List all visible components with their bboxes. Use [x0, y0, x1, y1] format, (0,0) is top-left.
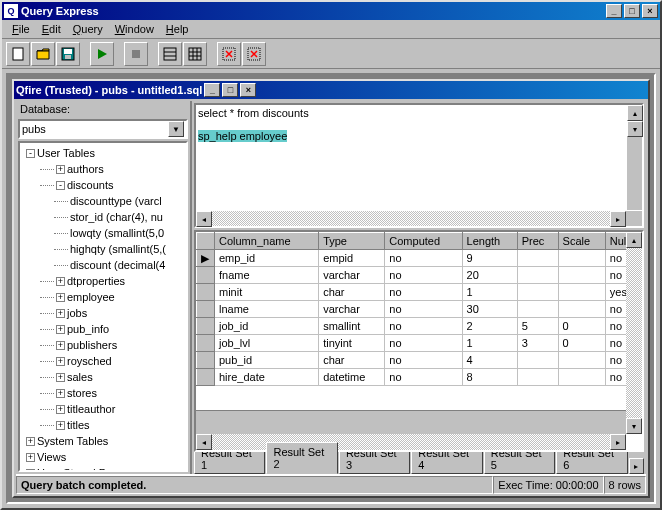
expand-icon[interactable]: + — [56, 373, 65, 382]
grid-vscrollbar[interactable]: ▴▾ — [626, 232, 642, 434]
minimize-button[interactable]: _ — [606, 4, 622, 18]
column-header[interactable]: Column_name — [215, 233, 319, 250]
column-header[interactable]: Prec — [517, 233, 558, 250]
table-row[interactable]: job_lvltinyintno130no — [197, 335, 642, 352]
new-button[interactable] — [6, 42, 30, 66]
cell[interactable]: 8 — [462, 369, 517, 386]
tree-item[interactable]: + titleauthor — [22, 401, 184, 417]
cell[interactable]: 0 — [558, 318, 605, 335]
menu-query[interactable]: Query — [67, 21, 109, 37]
row-header[interactable] — [197, 369, 215, 386]
cell[interactable]: 9 — [462, 250, 517, 267]
expand-icon[interactable]: + — [26, 469, 35, 473]
tree-item[interactable]: + employee — [22, 289, 184, 305]
cell[interactable]: varchar — [319, 301, 385, 318]
expand-icon[interactable]: + — [56, 309, 65, 318]
cell[interactable] — [558, 284, 605, 301]
cell[interactable]: hire_date — [215, 369, 319, 386]
row-header[interactable]: ▶ — [197, 250, 215, 267]
tree-item[interactable]: - User Tables — [22, 145, 184, 161]
cell[interactable]: 1 — [462, 284, 517, 301]
cell[interactable]: 3 — [517, 335, 558, 352]
cell[interactable]: 30 — [462, 301, 517, 318]
tree-item[interactable]: + pub_info — [22, 321, 184, 337]
expand-icon[interactable]: + — [56, 389, 65, 398]
cell[interactable] — [558, 250, 605, 267]
cell[interactable]: 0 — [558, 335, 605, 352]
table-row[interactable]: ▶emp_idempidno9no — [197, 250, 642, 267]
cell[interactable]: no — [385, 284, 462, 301]
cell[interactable]: 4 — [462, 352, 517, 369]
stop-button[interactable] — [124, 42, 148, 66]
result-tab[interactable]: Result Set 2 — [266, 442, 337, 474]
object-tree[interactable]: - User Tables+ authors- discounts discou… — [18, 141, 188, 472]
results-grid1-button[interactable] — [158, 42, 182, 66]
menu-window[interactable]: Window — [109, 21, 160, 37]
cell[interactable]: no — [385, 250, 462, 267]
expand-icon[interactable]: + — [26, 437, 35, 446]
cell[interactable]: char — [319, 352, 385, 369]
tree-item[interactable]: highqty (smallint(5,( — [22, 241, 184, 257]
row-header[interactable] — [197, 335, 215, 352]
cell[interactable] — [517, 250, 558, 267]
tree-item[interactable]: - discounts — [22, 177, 184, 193]
tree-item[interactable]: discounttype (varcl — [22, 193, 184, 209]
cell[interactable]: fname — [215, 267, 319, 284]
table-row[interactable]: minitcharno1yes — [197, 284, 642, 301]
save-button[interactable] — [56, 42, 80, 66]
cell[interactable] — [558, 352, 605, 369]
table-row[interactable]: pub_idcharno4no — [197, 352, 642, 369]
tree-item[interactable]: + User Stored Procs — [22, 465, 184, 472]
cell[interactable]: no — [385, 369, 462, 386]
cell[interactable] — [517, 267, 558, 284]
column-header[interactable]: Scale — [558, 233, 605, 250]
results-close2-button[interactable] — [242, 42, 266, 66]
cell[interactable]: tinyint — [319, 335, 385, 352]
cell[interactable] — [517, 301, 558, 318]
grid-hscrollbar[interactable]: ◂▸ — [196, 434, 626, 450]
database-dropdown[interactable]: pubs ▼ — [18, 119, 188, 139]
cell[interactable]: varchar — [319, 267, 385, 284]
menu-file[interactable]: File — [6, 21, 36, 37]
tree-item[interactable]: + roysched — [22, 353, 184, 369]
expand-icon[interactable]: + — [56, 405, 65, 414]
row-header[interactable] — [197, 318, 215, 335]
table-row[interactable]: hire_datedatetimeno8no — [197, 369, 642, 386]
expand-icon[interactable]: + — [56, 293, 65, 302]
sql-editor[interactable]: select * from discounts sp_help employee… — [194, 103, 644, 228]
expand-icon[interactable]: + — [56, 325, 65, 334]
cell[interactable] — [558, 369, 605, 386]
tree-item[interactable]: + Views — [22, 449, 184, 465]
cell[interactable]: lname — [215, 301, 319, 318]
row-header[interactable] — [197, 301, 215, 318]
editor-vscrollbar[interactable]: ▴▾ — [626, 105, 642, 210]
close-button[interactable]: × — [642, 4, 658, 18]
table-row[interactable]: job_idsmallintno250no — [197, 318, 642, 335]
tree-item[interactable]: + stores — [22, 385, 184, 401]
results-grid2-button[interactable] — [183, 42, 207, 66]
expand-icon[interactable]: - — [26, 149, 35, 158]
editor-hscrollbar[interactable]: ◂▸ — [196, 210, 642, 226]
tree-item[interactable]: + publishers — [22, 337, 184, 353]
cell[interactable]: minit — [215, 284, 319, 301]
cell[interactable]: job_id — [215, 318, 319, 335]
app-titlebar[interactable]: Q Query Express _ □ × — [2, 2, 660, 20]
cell[interactable]: no — [385, 267, 462, 284]
expand-icon[interactable]: + — [26, 453, 35, 462]
cell[interactable] — [517, 352, 558, 369]
table-row[interactable]: lnamevarcharno30no — [197, 301, 642, 318]
cell[interactable]: 1 — [462, 335, 517, 352]
cell[interactable] — [517, 369, 558, 386]
expand-icon[interactable]: + — [56, 165, 65, 174]
cell[interactable]: smallint — [319, 318, 385, 335]
query-minimize-button[interactable]: _ — [204, 83, 220, 97]
column-header[interactable]: Computed — [385, 233, 462, 250]
cell[interactable]: emp_id — [215, 250, 319, 267]
column-header[interactable]: Type — [319, 233, 385, 250]
cell[interactable]: no — [385, 335, 462, 352]
cell[interactable]: empid — [319, 250, 385, 267]
query-close-button[interactable]: × — [240, 83, 256, 97]
cell[interactable]: no — [385, 301, 462, 318]
table-row[interactable]: fnamevarcharno20no — [197, 267, 642, 284]
expand-icon[interactable]: + — [56, 421, 65, 430]
